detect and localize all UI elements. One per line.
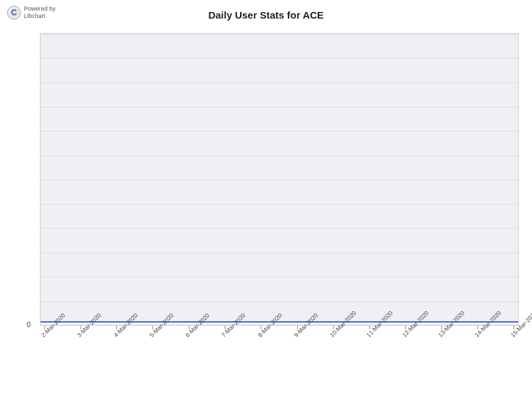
x-label-wrapper: 2-Mar-2020 [40,326,49,340]
grid-line [41,301,518,302]
x-axis-label: 10-Mar-2020 [329,327,340,338]
y-axis-zero-label: 0 [27,321,31,327]
x-axis-label: 11-Mar-2020 [365,327,376,338]
x-axis-label: 2-Mar-2020 [40,327,51,338]
grid-line [41,82,518,83]
x-axis-label: 8-Mar-2020 [257,327,268,338]
grid-line [41,156,518,156]
data-line [41,321,518,323]
grid-line [41,131,518,132]
x-label-wrapper: 15-Mar-2020 [509,326,519,340]
x-axis-label: 14-Mar-2020 [473,327,485,338]
grid-line [41,107,518,108]
grid-line [41,253,518,253]
x-label-wrapper: 11-Mar-2020 [365,326,374,340]
x-label-wrapper: 3-Mar-2020 [76,326,85,340]
x-axis-label: 4-Mar-2020 [112,327,124,338]
grid-line [41,34,518,35]
x-label-wrapper: 8-Mar-2020 [257,326,266,340]
grid-lines [41,34,518,325]
grid-line [41,204,518,205]
x-label-wrapper: 7-Mar-2020 [220,326,229,340]
grid-line [41,277,518,277]
x-axis-label: 6-Mar-2020 [184,327,196,338]
chart-title: Daily User Stats for ACE [0,9,532,21]
x-label-wrapper: 12-Mar-2020 [401,326,410,340]
grid-line [41,180,518,180]
x-axis-label: 5-Mar-2020 [148,327,160,338]
x-axis-label: 3-Mar-2020 [76,327,87,338]
grid-line [41,228,518,229]
x-label-wrapper: 13-Mar-2020 [437,326,446,340]
chart-container: C Powered by Libchart Daily User Stats f… [0,0,532,399]
x-label-wrapper: 14-Mar-2020 [473,326,483,340]
x-axis-label: 7-Mar-2020 [220,327,231,338]
x-label-wrapper: 4-Mar-2020 [112,326,122,340]
x-axis-label: 12-Mar-2020 [401,327,412,338]
x-axis-label: 13-Mar-2020 [437,327,448,338]
x-label-wrapper: 6-Mar-2020 [184,326,194,340]
x-label-wrapper: 10-Mar-2020 [329,326,338,340]
x-axis-label: 9-Mar-2020 [293,327,304,338]
grid-line [41,58,518,59]
x-label-wrapper: 5-Mar-2020 [148,326,158,340]
chart-plot-area [40,33,519,326]
x-label-wrapper: 9-Mar-2020 [293,326,302,340]
x-axis-label: 15-Mar-2020 [509,327,521,338]
x-axis: 2-Mar-20203-Mar-20204-Mar-20205-Mar-2020… [40,326,519,396]
